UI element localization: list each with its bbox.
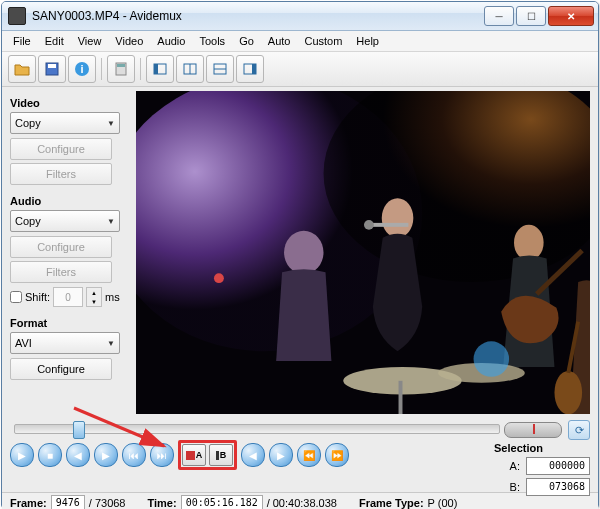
- flag-icon: [186, 451, 195, 460]
- toolbar-save-button[interactable]: [38, 55, 66, 83]
- menu-file[interactable]: File: [6, 33, 38, 49]
- svg-point-21: [514, 225, 544, 261]
- toolbar-calculator-button[interactable]: [107, 55, 135, 83]
- video-configure-button[interactable]: Configure: [10, 138, 112, 160]
- toolbar-open-button[interactable]: [8, 55, 36, 83]
- selection-b-label: B:: [510, 481, 520, 493]
- selection-a-value[interactable]: 000000: [526, 457, 590, 475]
- svg-rect-5: [117, 64, 125, 67]
- selection-panel: Selection A:000000 B:073068: [494, 442, 590, 499]
- marker-buttons-highlight: A B: [178, 440, 237, 470]
- svg-text:i: i: [80, 63, 83, 75]
- chevron-down-icon: ▼: [107, 119, 115, 128]
- video-codec-select[interactable]: Copy▼: [10, 112, 120, 134]
- toolbar-layout3-button[interactable]: [206, 55, 234, 83]
- video-section-label: Video: [10, 97, 128, 109]
- shift-checkbox[interactable]: [10, 291, 22, 303]
- toolbar-layout1-button[interactable]: [146, 55, 174, 83]
- set-marker-b-button[interactable]: B: [209, 444, 233, 466]
- svg-point-27: [214, 273, 224, 283]
- time-value-input[interactable]: 00:05:16.182: [181, 495, 263, 509]
- timeline-slider[interactable]: [14, 424, 500, 434]
- menu-video[interactable]: Video: [108, 33, 150, 49]
- window-title: SANY0003.MP4 - Avidemux: [32, 9, 484, 23]
- svg-point-20: [284, 231, 323, 274]
- toolbar-layout4-button[interactable]: [236, 55, 264, 83]
- frametype-value: P (00): [428, 497, 458, 509]
- svg-point-17: [382, 198, 414, 237]
- menu-auto[interactable]: Auto: [261, 33, 298, 49]
- next-keyframe-button[interactable]: ⏭: [150, 443, 174, 467]
- bar-icon: [216, 451, 219, 460]
- time-label: Time:: [147, 497, 176, 509]
- svg-rect-1: [48, 64, 56, 68]
- menu-help[interactable]: Help: [349, 33, 386, 49]
- video-preview[interactable]: [136, 91, 590, 414]
- shift-label: Shift:: [25, 291, 50, 303]
- selection-label: Selection: [494, 442, 590, 454]
- video-preview-pane: [136, 87, 598, 418]
- play-button[interactable]: ▶: [10, 443, 34, 467]
- svg-rect-25: [399, 381, 403, 414]
- audio-codec-select[interactable]: Copy▼: [10, 210, 120, 232]
- jog-wheel[interactable]: [504, 422, 562, 438]
- svg-point-26: [474, 341, 510, 377]
- goto-marker-a-button[interactable]: ◀: [241, 443, 265, 467]
- audio-filters-button[interactable]: Filters: [10, 261, 112, 283]
- svg-rect-13: [252, 64, 256, 74]
- shift-value-input[interactable]: 0: [53, 287, 83, 307]
- format-select[interactable]: AVI▼: [10, 332, 120, 354]
- titlebar[interactable]: SANY0003.MP4 - Avidemux ─ ☐ ✕: [2, 2, 598, 31]
- frame-label: Frame:: [10, 497, 47, 509]
- goto-marker-b-button[interactable]: ▶: [269, 443, 293, 467]
- minimize-button[interactable]: ─: [484, 6, 514, 26]
- transport-panel: ⟳ ▶ ■ ◀ ▶ ⏮ ⏭ A B ◀ ▶ ⏪ ⏩ Selection A:00…: [2, 418, 598, 492]
- maximize-button[interactable]: ☐: [516, 6, 546, 26]
- audio-section-label: Audio: [10, 195, 128, 207]
- time-total: / 00:40:38.038: [267, 497, 337, 509]
- next-frame-button[interactable]: ▶: [94, 443, 118, 467]
- prev-frame-button[interactable]: ◀: [66, 443, 90, 467]
- toolbar: i: [2, 52, 598, 87]
- selection-b-value[interactable]: 073068: [526, 478, 590, 496]
- sidebar: Video Copy▼ Configure Filters Audio Copy…: [2, 87, 136, 418]
- chevron-down-icon: ▼: [107, 339, 115, 348]
- app-icon: [8, 7, 26, 25]
- svg-rect-18: [369, 223, 408, 227]
- frame-value-input[interactable]: 9476: [51, 495, 85, 509]
- prev-black-frame-button[interactable]: ⏪: [297, 443, 321, 467]
- format-configure-button[interactable]: Configure: [10, 358, 112, 380]
- menu-audio[interactable]: Audio: [150, 33, 192, 49]
- menu-edit[interactable]: Edit: [38, 33, 71, 49]
- set-marker-a-button[interactable]: A: [182, 444, 206, 466]
- frame-total: / 73068: [89, 497, 126, 509]
- frametype-label: Frame Type:: [359, 497, 424, 509]
- menubar: File Edit View Video Audio Tools Go Auto…: [2, 31, 598, 52]
- app-window: SANY0003.MP4 - Avidemux ─ ☐ ✕ File Edit …: [1, 1, 599, 508]
- audio-configure-button[interactable]: Configure: [10, 236, 112, 258]
- selection-a-label: A:: [510, 460, 520, 472]
- timeline-thumb[interactable]: [73, 421, 85, 439]
- menu-tools[interactable]: Tools: [192, 33, 232, 49]
- svg-rect-7: [154, 64, 158, 74]
- toolbar-separator: [140, 58, 141, 80]
- format-section-label: Format: [10, 317, 128, 329]
- menu-custom[interactable]: Custom: [297, 33, 349, 49]
- toolbar-info-button[interactable]: i: [68, 55, 96, 83]
- loop-button[interactable]: ⟳: [568, 420, 590, 440]
- next-black-frame-button[interactable]: ⏩: [325, 443, 349, 467]
- toolbar-layout2-button[interactable]: [176, 55, 204, 83]
- stop-button[interactable]: ■: [38, 443, 62, 467]
- shift-spinner[interactable]: ▲▼: [86, 287, 102, 307]
- close-button[interactable]: ✕: [548, 6, 594, 26]
- menu-view[interactable]: View: [71, 33, 109, 49]
- shift-unit: ms: [105, 291, 120, 303]
- chevron-down-icon: ▼: [107, 217, 115, 226]
- svg-point-28: [554, 371, 582, 414]
- menu-go[interactable]: Go: [232, 33, 261, 49]
- svg-point-19: [364, 220, 374, 230]
- video-filters-button[interactable]: Filters: [10, 163, 112, 185]
- prev-keyframe-button[interactable]: ⏮: [122, 443, 146, 467]
- toolbar-separator: [101, 58, 102, 80]
